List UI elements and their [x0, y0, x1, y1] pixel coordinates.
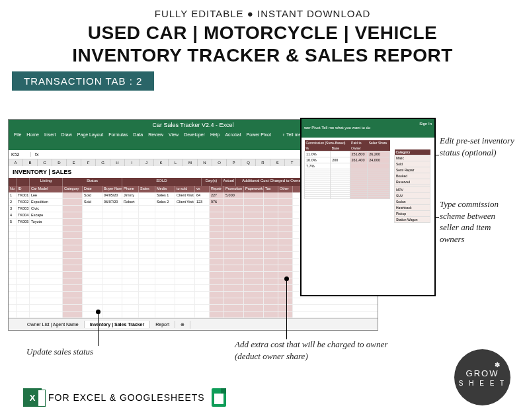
- ribbon-tab[interactable]: Power Pivot: [247, 132, 271, 137]
- callout-line: [286, 280, 287, 339]
- transaction-tab-badge: TRANSACTION TAB : 2: [12, 71, 154, 91]
- excel-screenshot-overlay: Sign In wer Pivot Tell me what you want …: [300, 118, 436, 296]
- ribbon-tab[interactable]: Data: [133, 132, 143, 137]
- ribbon-tab[interactable]: Insert: [44, 132, 56, 137]
- ribbon-tab[interactable]: Draw: [61, 132, 71, 137]
- title-line-2: INVENTORY TRACKER & SALES REPORT: [13, 44, 512, 67]
- sheet-tab[interactable]: Inventory | Sales Tracker: [85, 321, 151, 328]
- category-header: Category: [395, 149, 430, 155]
- overlay-ribbon-text: wer Pivot Tell me what you want to do: [304, 126, 432, 130]
- badge-line-2: S H E E T: [459, 380, 506, 387]
- callout-line: [98, 313, 99, 346]
- sheet-tab[interactable]: Report: [150, 321, 175, 328]
- sheet-tab[interactable]: Owner List | Agent Name: [22, 321, 85, 328]
- badge-line-1: GROW: [466, 368, 499, 378]
- top-tagline: FULLY EDITABLE ● INSTANT DOWNLOAD: [0, 0, 525, 19]
- platform-icons-row: X FOR EXCEL & GOOGLESHEETS: [23, 388, 226, 407]
- for-platforms-text: FOR EXCEL & GOOGLESHEETS: [48, 392, 205, 403]
- callout-commission: Type commission scheme between seller an…: [440, 198, 516, 245]
- callout-edit-status: Edit pre-set inventory status (optional): [440, 135, 516, 158]
- table-row[interactable]: [9, 312, 378, 318]
- callout-sales-status: Update sales status: [26, 346, 159, 358]
- category-table[interactable]: Category MaticSoldSemi RepairBookedReser…: [394, 149, 430, 223]
- overlay-ribbon: Sign In wer Pivot Tell me what you want …: [302, 119, 434, 138]
- ribbon-tab[interactable]: File: [14, 132, 21, 137]
- ribbon-tab[interactable]: Page Layout: [77, 132, 103, 137]
- flower-icon: ✽: [495, 361, 500, 368]
- ribbon-tab[interactable]: Home: [26, 132, 39, 137]
- callout-extra-cost: Add extra cost that will be charged to o…: [235, 339, 393, 362]
- ribbon-tab[interactable]: Acrobat: [225, 132, 241, 137]
- ribbon-tab[interactable]: Review: [148, 132, 163, 137]
- table-row[interactable]: [9, 305, 378, 312]
- main-title: USED CAR | MOTORCYCLE | VEHICLE INVENTOR…: [0, 19, 525, 71]
- excel-icon: X: [23, 388, 42, 407]
- ribbon-tab[interactable]: Formulas: [108, 132, 128, 137]
- ribbon-tab[interactable]: Help: [210, 132, 220, 137]
- ribbon-tab[interactable]: Developer: [184, 132, 205, 137]
- sheet-tabs[interactable]: Owner List | Agent NameInventory | Sales…: [9, 318, 378, 330]
- table-row[interactable]: [9, 298, 378, 305]
- name-box[interactable]: K52: [11, 152, 31, 157]
- ribbon-tab[interactable]: View: [169, 132, 179, 137]
- title-line-1: USED CAR | MOTORCYCLE | VEHICLE: [13, 22, 512, 44]
- googlesheets-icon: [212, 388, 226, 407]
- commission-table[interactable]: Commission (Store-Based)Paid toSeller Sh…: [304, 140, 390, 199]
- grow-sheet-badge: ✽ GROW S H E E T: [454, 349, 510, 405]
